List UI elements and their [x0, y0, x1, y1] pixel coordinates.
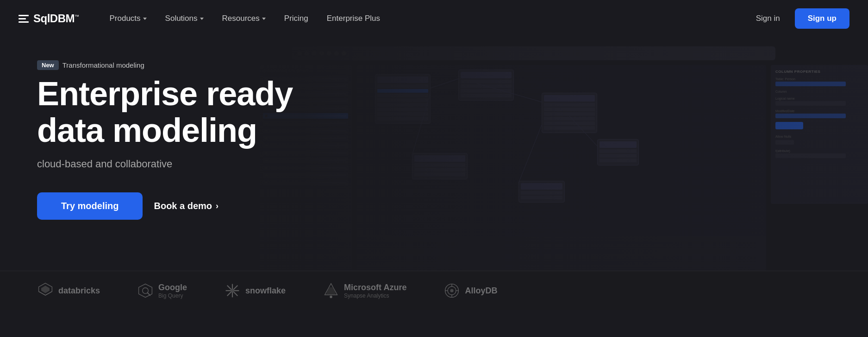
chevron-down-icon [262, 18, 266, 20]
partner-sub: Synapse Analytics [344, 292, 406, 299]
nav-item-enterprise-plus[interactable]: Enterprise Plus [319, 10, 387, 27]
nav-items: Products Solutions Resources Pricing Ent… [102, 10, 749, 27]
hero-actions: Try modeling Book a demo › [37, 192, 315, 220]
sign-in-link[interactable]: Sign in [749, 10, 787, 27]
partner-name: AlloyDB [465, 286, 497, 296]
svg-point-16 [231, 289, 234, 292]
svg-point-22 [450, 289, 454, 292]
svg-marker-6 [41, 286, 50, 293]
google-bigquery-icon [137, 282, 154, 299]
chevron-down-icon [143, 18, 147, 20]
partner-snowflake: snowflake [224, 282, 286, 299]
snowflake-icon [224, 282, 241, 299]
partner-databricks: databricks [37, 282, 100, 299]
logo-text: SqlDBM™ [33, 12, 79, 25]
navbar: SqlDBM™ Products Solutions Resources Pri… [0, 0, 868, 37]
azure-icon [323, 282, 339, 299]
hero-subtitle: cloud-based and collaborative [37, 158, 315, 170]
try-modeling-button[interactable]: Try modeling [37, 192, 143, 220]
sign-up-button[interactable]: Sign up [795, 8, 849, 29]
partner-name: Google [158, 283, 187, 292]
hero-content: New Transformational modeling Enterprise… [0, 37, 352, 271]
nav-item-solutions[interactable]: Solutions [158, 10, 211, 27]
arrow-icon: › [216, 201, 219, 211]
partner-name: snowflake [245, 286, 286, 296]
nav-item-products[interactable]: Products [102, 10, 154, 27]
partner-sub: Big Query [158, 292, 187, 299]
hero-title: Enterprise ready data modeling [37, 76, 315, 149]
partner-alloydb: AlloyDB [443, 282, 497, 299]
nav-actions: Sign in Sign up [749, 8, 849, 29]
partner-name-container: Google Big Query [158, 283, 187, 299]
partner-name: databricks [58, 286, 100, 296]
alloydb-icon [443, 282, 460, 299]
partner-microsoft-azure: Microsoft Azure Synapse Analytics [323, 282, 406, 299]
partners-section: databricks Google Big Query snow [0, 271, 868, 310]
svg-marker-18 [326, 287, 336, 295]
nav-item-pricing[interactable]: Pricing [277, 10, 316, 27]
logo-icon [19, 15, 29, 23]
partner-name: Microsoft Azure [344, 283, 406, 292]
svg-point-10 [143, 288, 149, 294]
book-demo-text: Book a demo [154, 201, 212, 211]
partner-google-bigquery: Google Big Query [137, 282, 187, 299]
svg-point-19 [330, 296, 332, 298]
logo[interactable]: SqlDBM™ [19, 12, 79, 25]
chevron-down-icon [200, 18, 204, 20]
new-tag: New [37, 60, 59, 70]
partner-name-container: Microsoft Azure Synapse Analytics [344, 283, 406, 299]
hero-section: Diagram Explorer [0, 37, 868, 337]
book-demo-link[interactable]: Book a demo › [154, 201, 219, 211]
databricks-icon [37, 282, 54, 299]
nav-item-resources[interactable]: Resources [215, 10, 273, 27]
badge-text: Transformational modeling [62, 61, 144, 69]
new-badge: New Transformational modeling [37, 60, 144, 70]
